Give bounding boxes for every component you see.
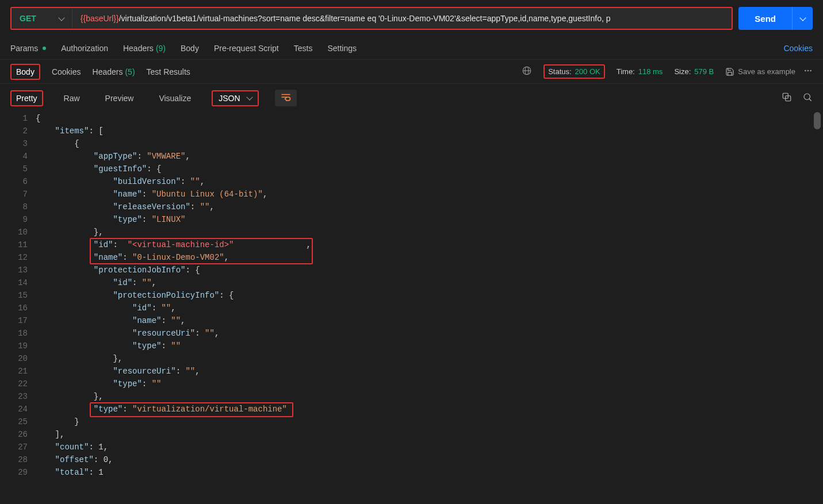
wrap-lines-icon[interactable] (275, 90, 297, 106)
response-body-editor[interactable]: 1234567891011121314151617181920212223242… (0, 112, 823, 479)
url-input[interactable]: {{baseUrl}}/virtualization/v1beta1/virtu… (72, 14, 732, 23)
copy-icon[interactable] (782, 92, 792, 105)
status-label: Status: (548, 67, 571, 76)
chevron-down-icon (58, 14, 64, 21)
send-dropdown-button[interactable] (792, 7, 813, 30)
url-variable: {{baseUrl}} (81, 14, 119, 23)
send-button[interactable]: Send (738, 7, 792, 30)
response-tab-headers[interactable]: Headers (5) (93, 67, 135, 76)
search-icon[interactable] (802, 92, 813, 105)
tab-headers[interactable]: Headers (9) (123, 44, 166, 53)
more-icon[interactable] (803, 66, 813, 77)
format-pretty[interactable]: Pretty (10, 90, 43, 106)
time-block: Time: 118 ms (617, 67, 663, 76)
response-headers-label: Headers (93, 67, 123, 76)
time-label: Time: (617, 67, 635, 76)
format-visualize[interactable]: Visualize (154, 91, 196, 105)
size-label: Size: (674, 67, 691, 76)
response-tab-body[interactable]: Body (10, 64, 40, 80)
svg-point-4 (807, 70, 809, 72)
headers-count: (9) (156, 44, 166, 53)
json-label: JSON (219, 94, 240, 103)
tab-tests[interactable]: Tests (294, 44, 313, 53)
chevron-down-icon (246, 94, 252, 100)
body-type-select[interactable]: JSON (212, 90, 258, 106)
cookies-link[interactable]: Cookies (783, 44, 813, 53)
format-raw[interactable]: Raw (59, 91, 85, 105)
tab-prerequest[interactable]: Pre-request Script (214, 44, 279, 53)
scroll-indicator[interactable] (814, 112, 821, 129)
method-select[interactable]: GET (12, 8, 72, 29)
svg-point-9 (804, 94, 810, 100)
time-value: 118 ms (638, 67, 663, 76)
response-headers-count: (5) (125, 67, 135, 76)
size-block: Size: 579 B (674, 67, 714, 76)
response-tab-test-results[interactable]: Test Results (147, 67, 190, 76)
save-example-button[interactable]: Save as example (725, 67, 795, 76)
code-content: { "items": [ { "appType": "VMWARE", "gue… (36, 112, 823, 479)
svg-point-5 (810, 70, 811, 72)
svg-point-3 (805, 70, 806, 72)
url-path: /virtualization/v1beta1/virtual-machines… (119, 14, 611, 23)
status-value: 200 OK (575, 67, 600, 76)
size-value: 579 B (694, 67, 714, 76)
tab-settings[interactable]: Settings (327, 44, 357, 53)
format-preview[interactable]: Preview (101, 91, 139, 105)
tab-body[interactable]: Body (181, 44, 199, 53)
response-tab-cookies[interactable]: Cookies (52, 67, 81, 76)
method-label: GET (20, 14, 36, 23)
tab-authorization[interactable]: Authorization (61, 44, 108, 53)
chevron-down-icon (799, 14, 806, 21)
save-example-label: Save as example (738, 67, 795, 76)
line-gutter: 1234567891011121314151617181920212223242… (0, 112, 36, 479)
svg-line-10 (809, 99, 811, 101)
network-icon[interactable] (522, 66, 532, 78)
status-badge: Status: 200 OK (543, 64, 605, 79)
tab-params[interactable]: Params (10, 44, 46, 53)
tab-headers-label: Headers (123, 44, 154, 53)
request-url-bar: GET {{baseUrl}}/virtualization/v1beta1/v… (10, 7, 733, 30)
